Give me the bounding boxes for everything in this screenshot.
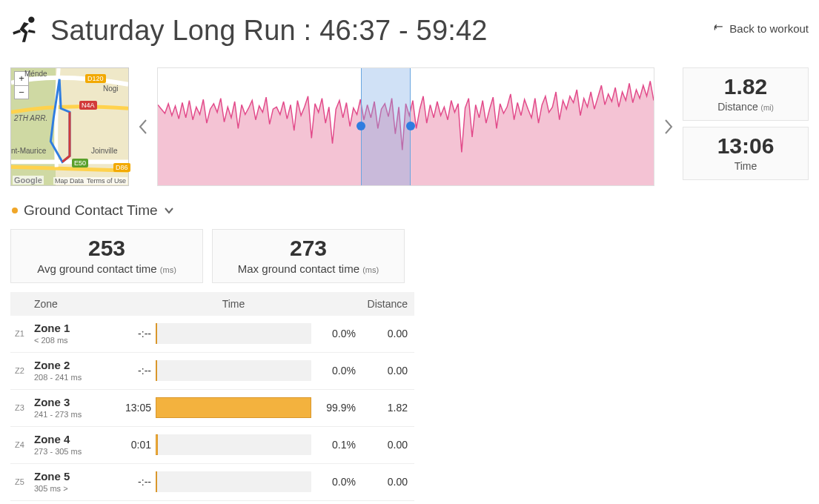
zone-percent: 0.0% (311, 476, 356, 488)
zone-time: -:-- (116, 328, 156, 339)
max-metric-label: Max ground contact time (ms) (226, 262, 391, 275)
distance-label: Distance (mi) (688, 101, 803, 113)
map-label: Nogi (103, 84, 119, 93)
back-label: Back to workout (729, 22, 809, 35)
map-label: 2TH ARR. (14, 114, 47, 122)
map-road-badge: N4A (79, 101, 97, 110)
zone-bar (156, 471, 311, 492)
zone-id: Z5 (15, 477, 34, 486)
chevron-right-icon (663, 119, 674, 135)
map-label: nt-Maurice (11, 147, 46, 155)
metric-color-dot (12, 208, 18, 213)
chart-next-button[interactable] (660, 67, 677, 186)
zone-time: -:-- (116, 476, 156, 488)
metric-summary-cards: 253 Avg ground contact time (ms) 273 Max… (10, 229, 809, 283)
zones-header-row: Zone Time Distance (10, 292, 414, 316)
zone-percent: 0.0% (311, 328, 356, 339)
zone-row: Z3Zone 3241 - 273 ms13:0599.9%1.82 (10, 390, 414, 427)
page-title: Saturday Long Run : 46:37 - 59:42 (50, 15, 488, 47)
zone-row: Z5Zone 5305 ms >-:--0.0%0.00 (10, 464, 414, 501)
map-attribution[interactable]: Map Data Terms of Use (53, 177, 127, 185)
selection-handle-right[interactable] (406, 122, 415, 130)
zones-table: Zone Time Distance Z1Zone 1< 208 ms-:--0… (10, 292, 414, 501)
svg-point-0 (28, 17, 34, 23)
avg-metric-value: 253 (24, 236, 189, 261)
time-label: Time (688, 160, 803, 172)
zone-time: -:-- (116, 365, 156, 377)
zone-name-cell: Zone 5305 ms > (34, 470, 116, 493)
metric-name: Ground Contact Time (24, 202, 158, 219)
zone-name-cell: Zone 4273 - 305 ms (34, 433, 116, 456)
map-road-badge: D86 (113, 163, 130, 172)
selection-stat-cards: 1.82 Distance (mi) 13:06 Time (683, 67, 809, 186)
avg-metric-label: Avg ground contact time (ms) (24, 262, 189, 275)
time-card: 13:06 Time (683, 127, 809, 180)
running-icon (10, 10, 40, 43)
max-metric-value: 273 (226, 236, 391, 261)
map-road-badge: E50 (72, 159, 88, 168)
zone-name-cell: Zone 1< 208 ms (34, 322, 116, 345)
zone-id: Z1 (15, 329, 34, 338)
zone-time: 0:01 (116, 439, 156, 451)
zone-bar (156, 434, 311, 455)
zone-distance: 0.00 (356, 476, 408, 488)
metric-selector[interactable]: Ground Contact Time (12, 202, 809, 219)
map-logo: Google (13, 176, 44, 185)
zone-row: Z2Zone 2208 - 241 ms-:--0.0%0.00 (10, 353, 414, 390)
zone-id: Z2 (15, 366, 34, 375)
zone-time: 13:05 (116, 402, 156, 414)
chart-prev-button[interactable] (135, 67, 151, 186)
overview-row: + − MéndeNogi2TH ARR.nt-MauriceJoinville… (10, 67, 809, 186)
zone-distance: 0.00 (356, 365, 408, 377)
route-map[interactable]: + − MéndeNogi2TH ARR.nt-MauriceJoinville… (10, 67, 129, 186)
chevron-down-icon (164, 207, 174, 214)
col-distance: Distance (356, 298, 408, 310)
distance-card: 1.82 Distance (mi) (683, 67, 809, 121)
activity-chart[interactable] (157, 67, 654, 186)
col-zone: Zone (34, 298, 116, 310)
back-to-workout-link[interactable]: Back to workout (713, 22, 809, 35)
zone-distance: 0.00 (356, 328, 408, 339)
zone-percent: 0.0% (311, 365, 356, 377)
zone-distance: 1.82 (356, 402, 408, 414)
zone-bar (156, 360, 311, 381)
col-time: Time (156, 298, 311, 310)
zone-bar (156, 397, 311, 418)
back-arrow-icon (713, 24, 725, 34)
map-road-badge: D120 (85, 74, 106, 83)
selection-handle-left[interactable] (357, 122, 365, 130)
chart-selection-range[interactable] (361, 68, 411, 185)
zone-row: Z4Zone 4273 - 305 ms0:010.1%0.00 (10, 427, 414, 464)
map-label: Ménde (24, 70, 47, 78)
avg-metric-card: 253 Avg ground contact time (ms) (10, 229, 203, 283)
zone-name-cell: Zone 3241 - 273 ms (34, 396, 116, 419)
zone-percent: 99.9% (311, 402, 356, 414)
time-value: 13:06 (688, 133, 803, 159)
zone-percent: 0.1% (311, 439, 356, 451)
header-left: Saturday Long Run : 46:37 - 59:42 (10, 10, 488, 47)
zone-bar (156, 323, 311, 344)
map-label: Joinville (91, 147, 118, 155)
chevron-left-icon (138, 119, 148, 135)
zone-name-cell: Zone 2208 - 241 ms (34, 359, 116, 382)
distance-value: 1.82 (688, 74, 803, 99)
page-header: Saturday Long Run : 46:37 - 59:42 Back t… (10, 6, 809, 57)
zone-id: Z4 (15, 440, 34, 449)
max-metric-card: 273 Max ground contact time (ms) (212, 229, 405, 283)
zone-distance: 0.00 (356, 439, 408, 451)
zone-id: Z3 (15, 403, 34, 412)
zone-row: Z1Zone 1< 208 ms-:--0.0%0.00 (10, 316, 414, 353)
map-text-labels: MéndeNogi2TH ARR.nt-MauriceJoinvilleD120… (11, 68, 128, 185)
